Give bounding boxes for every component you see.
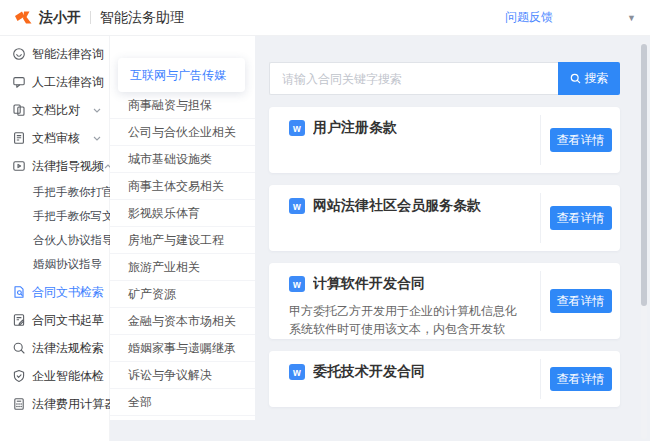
law-search-icon <box>12 341 26 355</box>
scrollbar-thumb[interactable] <box>641 44 647 306</box>
sidebar-item-guide-videos[interactable]: 法律指导视频 <box>0 152 109 180</box>
sidebar-item-smart-consult[interactable]: 智能法律咨询 <box>0 40 109 68</box>
contract-title: 用户注册条款 <box>313 119 397 137</box>
category-item[interactable]: 城市基础设施类 <box>110 146 255 173</box>
contract-card-main: w 网站法律社区会员服务条款 <box>269 185 540 251</box>
sidebar-subitem-marriage-agreement[interactable]: 婚姻协议指导 <box>0 252 109 276</box>
contract-card-main: w 计算软件开发合同 甲方委托乙方开发用于企业的计算机信息化系统软件时可使用该文… <box>269 263 540 339</box>
category-item[interactable]: 公司与合伙企业相关 <box>110 119 255 146</box>
sidebar-nav: 智能法律咨询 人工法律咨询 文档比对 文档审核 <box>0 36 110 441</box>
header-divider <box>90 11 91 24</box>
sidebar-item-doc-compare[interactable]: 文档比对 <box>0 96 109 124</box>
sidebar-item-label: 合同文书起草 <box>32 312 104 329</box>
sidebar-item-label: 合同文书检索 <box>32 284 104 301</box>
chat-bubble-icon <box>12 75 26 89</box>
shield-check-icon <box>12 369 26 383</box>
word-doc-icon: w <box>289 276 305 292</box>
video-play-icon <box>12 159 26 173</box>
sidebar-subitem-write-docs[interactable]: 手把手教你写文书 <box>0 204 109 228</box>
search-button-label: 搜索 <box>585 70 609 87</box>
word-doc-icon: w <box>289 120 305 136</box>
category-item[interactable]: 商事融资与担保 <box>110 92 255 119</box>
results-area: 搜索 w 用户注册条款 查看详情 w 网站法律社区会员服务条款 查看详情 <box>255 36 650 441</box>
contract-card: w 计算软件开发合同 甲方委托乙方开发用于企业的计算机信息化系统软件时可使用该文… <box>269 263 620 339</box>
sidebar-item-fee-calculator[interactable]: 法律费用计算器 <box>0 390 109 418</box>
contract-draft-icon <box>12 313 26 327</box>
category-item-active[interactable]: 互联网与广告传媒 <box>118 58 245 92</box>
calculator-icon <box>12 397 26 411</box>
sidebar-item-manual-consult[interactable]: 人工法律咨询 <box>0 68 109 96</box>
category-item[interactable]: 诉讼与争议解决 <box>110 362 255 389</box>
view-detail-button[interactable]: 查看详情 <box>550 206 612 230</box>
chevron-down-icon <box>93 108 101 113</box>
sidebar-subitem-lawsuit[interactable]: 手把手教你打官司 <box>0 180 109 204</box>
brand-logo-icon <box>14 10 33 25</box>
view-detail-button[interactable]: 查看详情 <box>550 289 612 313</box>
category-item[interactable]: 矿产资源 <box>110 281 255 308</box>
contract-search-icon <box>12 285 26 299</box>
contract-card: w 委托技术开发合同 查看详情 <box>269 351 620 407</box>
sidebar-item-label: 人工法律咨询 <box>32 74 104 91</box>
contract-card: w 网站法律社区会员服务条款 查看详情 <box>269 185 620 251</box>
sidebar-item-contract-search[interactable]: 合同文书检索 <box>0 278 109 306</box>
chevron-down-icon <box>93 136 101 141</box>
vertical-scrollbar <box>641 42 647 439</box>
sidebar-item-label: 智能法律咨询 <box>32 46 104 63</box>
doc-compare-icon <box>12 103 26 117</box>
contract-card-actions: 查看详情 <box>540 115 620 165</box>
contract-title: 计算软件开发合同 <box>313 275 425 293</box>
sidebar-item-label: 法律费用计算器 <box>32 396 116 413</box>
contract-title: 委托技术开发合同 <box>313 363 425 381</box>
sidebar-tools-group: 合同文书检索 合同文书起草 法律法规检索 企业智能体检 <box>0 278 109 418</box>
doc-review-icon <box>12 131 26 145</box>
feedback-link[interactable]: 问题反馈 <box>505 9 553 26</box>
user-menu-caret-icon[interactable]: ▼ <box>627 13 636 23</box>
category-item[interactable]: 影视娱乐体育 <box>110 200 255 227</box>
contract-card-actions: 查看详情 <box>540 271 620 331</box>
brand-name: 法小开 <box>39 9 81 27</box>
sidebar-item-label: 文档审核 <box>32 130 80 147</box>
category-item[interactable]: 商事主体交易相关 <box>110 173 255 200</box>
product-title: 智能法务助理 <box>100 9 184 27</box>
word-doc-icon: w <box>289 364 305 380</box>
sidebar-item-law-search[interactable]: 法律法规检索 <box>0 334 109 362</box>
sidebar-subitem-partner-agreement[interactable]: 合伙人协议指导 <box>0 228 109 252</box>
category-item[interactable]: 婚姻家事与遗嘱继承 <box>110 335 255 362</box>
category-item[interactable]: 全部 <box>110 389 255 416</box>
ai-chat-icon <box>12 47 26 61</box>
contract-card-actions: 查看详情 <box>540 359 620 399</box>
search-bar: 搜索 <box>269 62 620 95</box>
sidebar-item-label: 文档比对 <box>32 102 80 119</box>
contract-description: 甲方委托乙方开发用于企业的计算机信息化系统软件时可使用该文本，内包含开发软件、交… <box>289 302 528 338</box>
word-doc-icon: w <box>289 198 305 214</box>
category-item[interactable]: 房地产与建设工程 <box>110 227 255 254</box>
sidebar-item-enterprise-check[interactable]: 企业智能体检 <box>0 362 109 390</box>
category-item[interactable]: 金融与资本市场相关 <box>110 308 255 335</box>
view-detail-button[interactable]: 查看详情 <box>550 367 612 391</box>
sidebar-item-label: 企业智能体检 <box>32 368 104 385</box>
contract-card-main: w 委托技术开发合同 <box>269 351 540 407</box>
category-item[interactable]: 旅游产业相关 <box>110 254 255 281</box>
header-right: 问题反馈 ▼ <box>505 9 636 26</box>
sidebar-item-label: 法律指导视频 <box>32 158 104 175</box>
app-header: 法小开 智能法务助理 问题反馈 ▼ <box>0 0 650 36</box>
category-panel: 互联网与广告传媒 商事融资与担保 公司与合伙企业相关 城市基础设施类 商事主体交… <box>110 36 255 420</box>
contract-title: 网站法律社区会员服务条款 <box>313 197 481 215</box>
sidebar-item-label: 法律法规检索 <box>32 340 104 357</box>
contract-card-main: w 用户注册条款 <box>269 107 540 173</box>
search-icon <box>570 73 581 84</box>
contract-card: w 用户注册条款 查看详情 <box>269 107 620 173</box>
contract-card-actions: 查看详情 <box>540 193 620 243</box>
view-detail-button[interactable]: 查看详情 <box>550 128 612 152</box>
search-button[interactable]: 搜索 <box>558 62 620 95</box>
search-input[interactable] <box>269 62 558 95</box>
sidebar-item-contract-draft[interactable]: 合同文书起草 <box>0 306 109 334</box>
sidebar-item-doc-review[interactable]: 文档审核 <box>0 124 109 152</box>
